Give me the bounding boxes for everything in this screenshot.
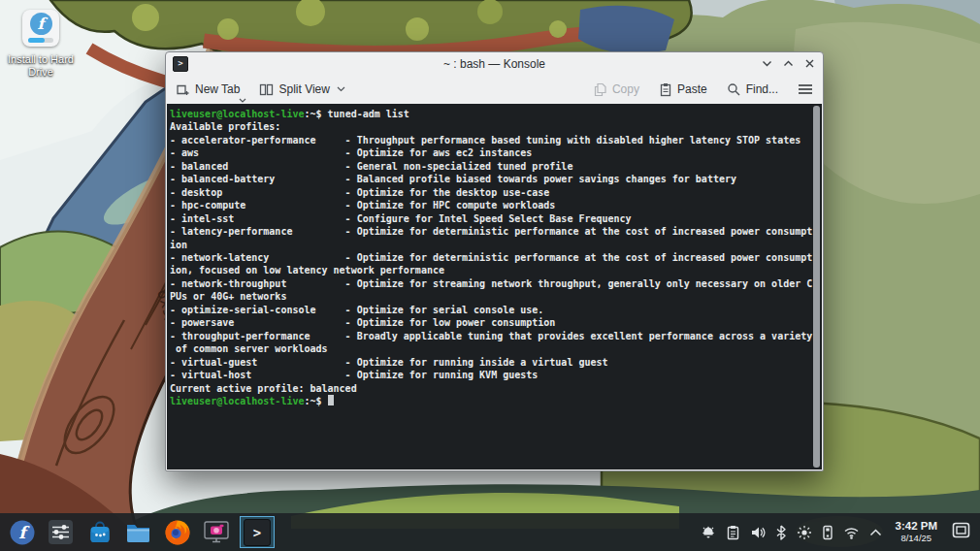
system-settings-button[interactable] (46, 517, 76, 547)
show-desktop-icon (952, 522, 970, 538)
fedora-logo-icon: f (30, 13, 52, 35)
terminal-line: - network-throughput - Optimize for stre… (170, 277, 810, 290)
toolbar: New Tab Split View Copy (166, 75, 823, 104)
wifi-icon[interactable] (843, 526, 860, 539)
desktop-icon-label: Install to Hard Drive (1, 53, 81, 79)
menu-button[interactable] (798, 82, 813, 96)
volume-icon[interactable] (750, 525, 766, 540)
new-tab-button[interactable]: New Tab (176, 82, 240, 97)
paste-button[interactable]: Paste (659, 82, 707, 97)
device-notifier-icon[interactable] (822, 525, 833, 540)
terminal-line: - virtual-host - Optimize for running KV… (170, 369, 810, 381)
brightness-icon[interactable] (797, 525, 812, 540)
clipboard-icon[interactable] (726, 525, 740, 540)
clock-date: 8/14/25 (896, 534, 937, 544)
terminal-scrollbar[interactable] (813, 106, 820, 468)
digital-clock[interactable]: 3:42 PM 8/14/25 (896, 520, 937, 543)
minimize-button[interactable] (761, 57, 773, 70)
terminal-line: - desktop - Optimize for the desktop use… (170, 186, 810, 199)
paste-icon (659, 82, 672, 97)
taskbar-konsole-task[interactable]: > (240, 516, 275, 548)
terminal-line: - hpc-compute - Optimize for HPC compute… (170, 199, 810, 211)
terminal-line: - aws - Optimize for aws ec2 instances (170, 146, 810, 159)
settings-sliders-icon (48, 519, 74, 545)
terminal-line: - intel-sst - Configure for Intel Speed … (170, 212, 810, 225)
file-manager-button[interactable] (123, 517, 153, 547)
terminal-line: - network-latency - Optimize for determi… (170, 251, 810, 264)
titlebar[interactable]: > ~ : bash — Konsole (166, 52, 823, 75)
desktop: 6x9=42 f Install to Hard Drive > ~ : bas (0, 0, 980, 551)
terminal-line: Current active profile: balanced (170, 382, 810, 395)
folder-icon (125, 519, 151, 545)
install-progress-bar-icon (28, 38, 53, 43)
hamburger-menu-icon (798, 82, 813, 96)
terminal-line: - optimize-serial-console - Optimize for… (170, 304, 810, 316)
split-view-dropdown-icon[interactable] (337, 86, 345, 92)
copy-button[interactable]: Copy (594, 82, 639, 97)
maximize-button[interactable] (782, 57, 795, 70)
app-launcher-fedora-button[interactable]: f (7, 517, 37, 547)
firefox-button[interactable] (162, 517, 192, 547)
terminal-line: - balanced-battery - Balanced profile bi… (170, 173, 810, 185)
search-icon (727, 82, 741, 97)
new-tab-icon (176, 82, 190, 97)
terminal-line: ion (170, 239, 810, 251)
terminal-cursor (328, 395, 334, 405)
konsole-icon: > (244, 519, 271, 546)
discover-software-button[interactable] (84, 517, 114, 547)
terminal-line: - balanced - General non-specialized tun… (170, 160, 810, 173)
bluetooth-icon[interactable] (775, 525, 787, 540)
install-to-hard-drive-shortcut[interactable]: f Install to Hard Drive (1, 10, 81, 79)
terminal-line: ion, focused on low latency network perf… (170, 264, 810, 276)
spectacle-screenshot-icon (203, 519, 230, 545)
konsole-window: > ~ : bash — Konsole New Ta (165, 51, 824, 471)
fedora-logo-icon: f (9, 519, 36, 546)
show-desktop-button[interactable] (952, 522, 970, 542)
screenshot-app-button[interactable] (201, 517, 231, 547)
copy-icon (594, 82, 607, 97)
system-tray (701, 525, 882, 540)
terminal-line: - accelerator-performance - Throughput p… (170, 134, 810, 146)
firefox-icon (164, 519, 191, 546)
konsole-app-icon: > (173, 56, 188, 72)
find-button[interactable]: Find... (727, 82, 778, 97)
terminal-line: PUs or 40G+ networks (170, 290, 810, 303)
terminal-output[interactable]: liveuser@localhost-live:~$ tuned-adm lis… (167, 104, 822, 470)
close-button[interactable] (803, 57, 816, 70)
terminal-line: Available profiles: (170, 120, 810, 133)
expand-tray-icon[interactable] (869, 529, 882, 536)
terminal-line: - throughput-performance - Broadly appli… (170, 330, 810, 342)
window-title: ~ : bash — Konsole (224, 57, 765, 71)
taskbar: f (0, 513, 980, 551)
new-tab-dropdown-icon[interactable] (239, 98, 246, 103)
terminal-line: - virtual-guest - Optimize for running i… (170, 356, 810, 369)
split-view-icon (259, 82, 274, 97)
clock-time: 3:42 PM (896, 520, 937, 533)
terminal-line: of common server workloads (170, 342, 810, 355)
software-updates-icon[interactable] (701, 525, 716, 540)
terminal-line: - powersave - Optimize for low power con… (170, 316, 810, 329)
terminal-line: liveuser@localhost-live:~$ tuned-adm lis… (170, 108, 810, 120)
fedora-installer-icon: f (22, 10, 59, 47)
terminal-line: liveuser@localhost-live:~$ (170, 395, 810, 407)
discover-bag-icon (87, 520, 113, 545)
split-view-button[interactable]: Split View (259, 82, 344, 97)
terminal-line: - latency-performance - Optimize for det… (170, 225, 810, 238)
